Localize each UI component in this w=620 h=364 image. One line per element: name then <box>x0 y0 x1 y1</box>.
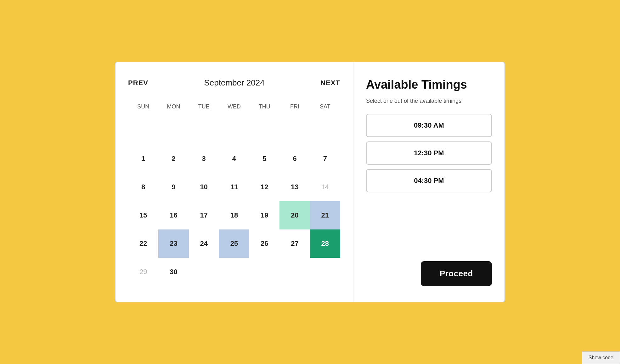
day-21[interactable]: 21 <box>310 201 340 229</box>
day-cell-w1-5 <box>249 116 279 145</box>
day-w6-6 <box>279 258 310 286</box>
day-19[interactable]: 19 <box>249 201 279 229</box>
day-9[interactable]: 9 <box>158 173 189 201</box>
day-5[interactable]: 5 <box>249 145 279 173</box>
timings-section: Available Timings Select one out of the … <box>353 62 504 302</box>
day-27[interactable]: 27 <box>279 229 310 258</box>
next-button[interactable]: NEXT <box>320 79 340 87</box>
timing-slot-1[interactable]: 09:30 AM <box>366 114 492 137</box>
day-15[interactable]: 15 <box>128 201 158 229</box>
day-17[interactable]: 17 <box>189 201 219 229</box>
day-w6-4 <box>219 258 249 286</box>
day-16[interactable]: 16 <box>158 201 189 229</box>
timing-slot-3[interactable]: 04:30 PM <box>366 169 492 192</box>
day-cell-w1-2 <box>158 116 189 145</box>
day-29[interactable]: 29 <box>128 258 158 286</box>
day-8[interactable]: 8 <box>128 173 158 201</box>
day-w6-7 <box>310 258 340 286</box>
day-10[interactable]: 10 <box>189 173 219 201</box>
day-6[interactable]: 6 <box>279 145 310 173</box>
day-cell-w1-1 <box>128 116 158 145</box>
day-header-fri: FRI <box>279 100 310 116</box>
month-title: September 2024 <box>204 78 264 88</box>
day-20[interactable]: 20 <box>279 201 310 229</box>
day-3[interactable]: 3 <box>189 145 219 173</box>
main-card: PREV September 2024 NEXT SUN MON TUE WED… <box>115 62 505 302</box>
day-11[interactable]: 11 <box>219 173 249 201</box>
calendar-grid: SUN MON TUE WED THU FRI SAT 1 2 3 4 5 6 … <box>128 100 340 286</box>
day-2[interactable]: 2 <box>158 145 189 173</box>
show-code-button[interactable]: Show code <box>582 351 620 364</box>
day-28[interactable]: 28 <box>310 229 340 258</box>
timings-title: Available Timings <box>366 78 492 91</box>
day-13[interactable]: 13 <box>279 173 310 201</box>
timing-slot-2[interactable]: 12:30 PM <box>366 141 492 165</box>
day-cell-w1-6 <box>279 116 310 145</box>
day-header-sat: SAT <box>310 100 340 116</box>
day-12[interactable]: 12 <box>249 173 279 201</box>
day-cell-w1-4 <box>219 116 249 145</box>
day-4[interactable]: 4 <box>219 145 249 173</box>
day-7[interactable]: 7 <box>310 145 340 173</box>
day-header-thu: THU <box>249 100 279 116</box>
day-cell-w1-3 <box>189 116 219 145</box>
day-cell-w1-7 <box>310 116 340 145</box>
day-w6-5 <box>249 258 279 286</box>
day-header-wed: WED <box>219 100 249 116</box>
day-24[interactable]: 24 <box>189 229 219 258</box>
day-14[interactable]: 14 <box>310 173 340 201</box>
proceed-button[interactable]: Proceed <box>421 261 492 286</box>
day-header-tue: TUE <box>189 100 219 116</box>
day-header-mon: MON <box>158 100 189 116</box>
day-23[interactable]: 23 <box>158 229 189 258</box>
day-w6-3 <box>189 258 219 286</box>
day-26[interactable]: 26 <box>249 229 279 258</box>
calendar-header: PREV September 2024 NEXT <box>128 78 340 88</box>
day-25[interactable]: 25 <box>219 229 249 258</box>
prev-button[interactable]: PREV <box>128 79 148 87</box>
day-30[interactable]: 30 <box>158 258 189 286</box>
day-1[interactable]: 1 <box>128 145 158 173</box>
day-header-sun: SUN <box>128 100 158 116</box>
day-22[interactable]: 22 <box>128 229 158 258</box>
calendar-section: PREV September 2024 NEXT SUN MON TUE WED… <box>116 62 353 302</box>
timings-subtitle: Select one out of the available timings <box>366 98 492 104</box>
day-18[interactable]: 18 <box>219 201 249 229</box>
